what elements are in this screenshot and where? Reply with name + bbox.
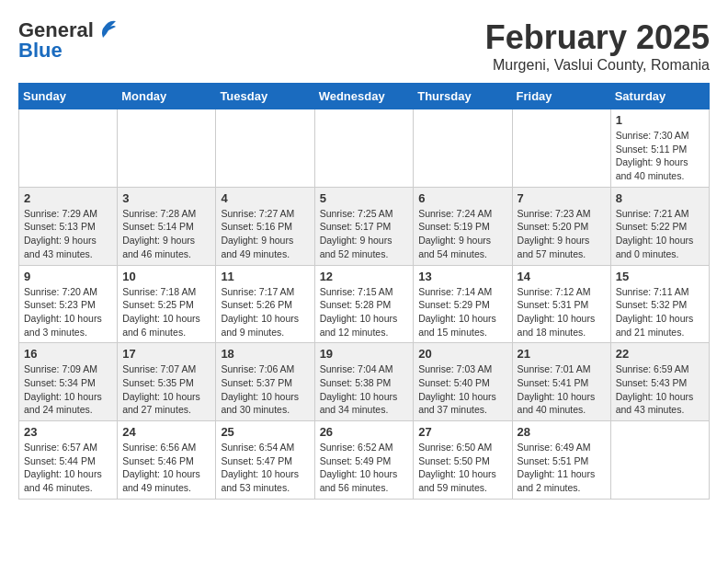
day-number: 25 [221, 425, 309, 439]
calendar-week-row: 2Sunrise: 7:29 AM Sunset: 5:13 PM Daylig… [19, 187, 710, 265]
calendar-cell: 21Sunrise: 7:01 AM Sunset: 5:41 PM Dayli… [512, 343, 610, 421]
day-info: Sunrise: 7:11 AM Sunset: 5:32 PM Dayligh… [616, 285, 704, 339]
calendar-cell [414, 109, 512, 188]
calendar-cell: 17Sunrise: 7:07 AM Sunset: 5:35 PM Dayli… [118, 343, 216, 421]
calendar-title: February 2025 [485, 18, 710, 57]
calendar-cell: 19Sunrise: 7:04 AM Sunset: 5:38 PM Dayli… [314, 343, 414, 421]
day-number: 26 [320, 425, 409, 439]
day-number: 2 [24, 191, 112, 205]
day-info: Sunrise: 6:50 AM Sunset: 5:50 PM Dayligh… [418, 441, 506, 495]
day-info: Sunrise: 7:24 AM Sunset: 5:19 PM Dayligh… [418, 207, 506, 261]
calendar-week-row: 16Sunrise: 7:09 AM Sunset: 5:34 PM Dayli… [19, 343, 710, 421]
day-info: Sunrise: 6:54 AM Sunset: 5:47 PM Dayligh… [221, 441, 309, 495]
day-number: 21 [518, 347, 606, 361]
calendar-cell: 24Sunrise: 6:56 AM Sunset: 5:46 PM Dayli… [118, 421, 216, 500]
calendar-cell: 8Sunrise: 7:21 AM Sunset: 5:22 PM Daylig… [610, 187, 709, 265]
day-number: 1 [616, 113, 704, 127]
day-info: Sunrise: 7:28 AM Sunset: 5:14 PM Dayligh… [122, 207, 210, 261]
calendar-cell: 7Sunrise: 7:23 AM Sunset: 5:20 PM Daylig… [512, 187, 610, 265]
page-header: General Blue February 2025 Murgeni, Vasl… [18, 18, 710, 74]
calendar-cell: 22Sunrise: 6:59 AM Sunset: 5:43 PM Dayli… [610, 343, 709, 421]
calendar-cell: 23Sunrise: 6:57 AM Sunset: 5:44 PM Dayli… [19, 421, 118, 500]
day-number: 14 [518, 270, 606, 283]
calendar-cell: 3Sunrise: 7:28 AM Sunset: 5:14 PM Daylig… [118, 187, 216, 265]
day-number: 19 [320, 347, 409, 361]
column-header-tuesday: Tuesday [216, 84, 314, 109]
day-info: Sunrise: 7:07 AM Sunset: 5:35 PM Dayligh… [122, 362, 210, 417]
calendar-cell: 16Sunrise: 7:09 AM Sunset: 5:34 PM Dayli… [19, 343, 118, 421]
calendar-header-row: SundayMondayTuesdayWednesdayThursdayFrid… [19, 84, 710, 109]
calendar-cell: 2Sunrise: 7:29 AM Sunset: 5:13 PM Daylig… [19, 187, 118, 265]
column-header-monday: Monday [118, 84, 216, 109]
calendar-cell: 15Sunrise: 7:11 AM Sunset: 5:32 PM Dayli… [610, 265, 709, 343]
day-number: 8 [616, 191, 704, 205]
day-info: Sunrise: 7:17 AM Sunset: 5:26 PM Dayligh… [221, 285, 309, 339]
calendar-cell [118, 109, 216, 188]
column-header-saturday: Saturday [610, 84, 709, 109]
calendar-cell: 20Sunrise: 7:03 AM Sunset: 5:40 PM Dayli… [414, 343, 512, 421]
day-info: Sunrise: 7:27 AM Sunset: 5:16 PM Dayligh… [221, 207, 309, 261]
day-info: Sunrise: 7:12 AM Sunset: 5:31 PM Dayligh… [518, 285, 606, 339]
logo-bird-icon [96, 17, 116, 38]
day-info: Sunrise: 7:30 AM Sunset: 5:11 PM Dayligh… [616, 129, 704, 183]
day-info: Sunrise: 7:18 AM Sunset: 5:25 PM Dayligh… [122, 285, 210, 339]
calendar-cell: 6Sunrise: 7:24 AM Sunset: 5:19 PM Daylig… [414, 187, 512, 265]
day-info: Sunrise: 7:14 AM Sunset: 5:29 PM Dayligh… [418, 285, 506, 339]
day-number: 3 [122, 191, 210, 205]
calendar-cell: 1Sunrise: 7:30 AM Sunset: 5:11 PM Daylig… [610, 109, 709, 188]
day-number: 24 [122, 425, 210, 439]
calendar-cell: 27Sunrise: 6:50 AM Sunset: 5:50 PM Dayli… [414, 421, 512, 500]
calendar-cell: 4Sunrise: 7:27 AM Sunset: 5:16 PM Daylig… [216, 187, 314, 265]
day-info: Sunrise: 6:59 AM Sunset: 5:43 PM Dayligh… [616, 362, 704, 417]
day-info: Sunrise: 7:20 AM Sunset: 5:23 PM Dayligh… [24, 285, 112, 339]
calendar-cell: 10Sunrise: 7:18 AM Sunset: 5:25 PM Dayli… [118, 265, 216, 343]
calendar-week-row: 23Sunrise: 6:57 AM Sunset: 5:44 PM Dayli… [19, 421, 710, 500]
calendar-cell [216, 109, 314, 188]
calendar-cell: 5Sunrise: 7:25 AM Sunset: 5:17 PM Daylig… [314, 187, 414, 265]
day-number: 6 [418, 191, 506, 205]
day-number: 5 [320, 191, 409, 205]
day-number: 11 [221, 270, 309, 283]
day-number: 13 [418, 270, 506, 283]
column-header-thursday: Thursday [414, 84, 512, 109]
day-info: Sunrise: 7:21 AM Sunset: 5:22 PM Dayligh… [616, 207, 704, 261]
day-info: Sunrise: 6:52 AM Sunset: 5:49 PM Dayligh… [320, 441, 409, 495]
day-number: 22 [616, 347, 704, 361]
calendar-cell [610, 421, 709, 500]
day-info: Sunrise: 7:09 AM Sunset: 5:34 PM Dayligh… [24, 362, 112, 417]
column-header-wednesday: Wednesday [314, 84, 414, 109]
day-info: Sunrise: 7:15 AM Sunset: 5:28 PM Dayligh… [320, 285, 409, 339]
calendar-subtitle: Murgeni, Vaslui County, Romania [485, 57, 710, 74]
day-info: Sunrise: 6:57 AM Sunset: 5:44 PM Dayligh… [24, 441, 112, 495]
day-number: 16 [24, 347, 112, 361]
day-info: Sunrise: 7:03 AM Sunset: 5:40 PM Dayligh… [418, 362, 506, 417]
day-number: 17 [122, 347, 210, 361]
column-header-sunday: Sunday [19, 84, 118, 109]
calendar-table: SundayMondayTuesdayWednesdayThursdayFrid… [18, 83, 710, 500]
logo: General Blue [18, 18, 116, 63]
column-header-friday: Friday [512, 84, 610, 109]
calendar-cell [314, 109, 414, 188]
calendar-cell: 25Sunrise: 6:54 AM Sunset: 5:47 PM Dayli… [216, 421, 314, 500]
title-block: February 2025 Murgeni, Vaslui County, Ro… [485, 18, 710, 74]
day-number: 7 [518, 191, 606, 205]
day-info: Sunrise: 7:25 AM Sunset: 5:17 PM Dayligh… [320, 207, 409, 261]
day-number: 20 [418, 347, 506, 361]
day-number: 9 [24, 270, 112, 283]
day-number: 4 [221, 191, 309, 205]
day-number: 15 [616, 270, 704, 283]
calendar-cell [19, 109, 118, 188]
calendar-cell: 9Sunrise: 7:20 AM Sunset: 5:23 PM Daylig… [19, 265, 118, 343]
calendar-week-row: 9Sunrise: 7:20 AM Sunset: 5:23 PM Daylig… [19, 265, 710, 343]
calendar-cell [512, 109, 610, 188]
day-number: 10 [122, 270, 210, 283]
day-info: Sunrise: 6:56 AM Sunset: 5:46 PM Dayligh… [122, 441, 210, 495]
day-number: 28 [518, 425, 606, 439]
day-number: 18 [221, 347, 309, 361]
day-info: Sunrise: 7:01 AM Sunset: 5:41 PM Dayligh… [518, 362, 606, 417]
calendar-week-row: 1Sunrise: 7:30 AM Sunset: 5:11 PM Daylig… [19, 109, 710, 188]
day-number: 27 [418, 425, 506, 439]
day-number: 12 [320, 270, 409, 283]
day-info: Sunrise: 7:23 AM Sunset: 5:20 PM Dayligh… [518, 207, 606, 261]
day-number: 23 [24, 425, 112, 439]
